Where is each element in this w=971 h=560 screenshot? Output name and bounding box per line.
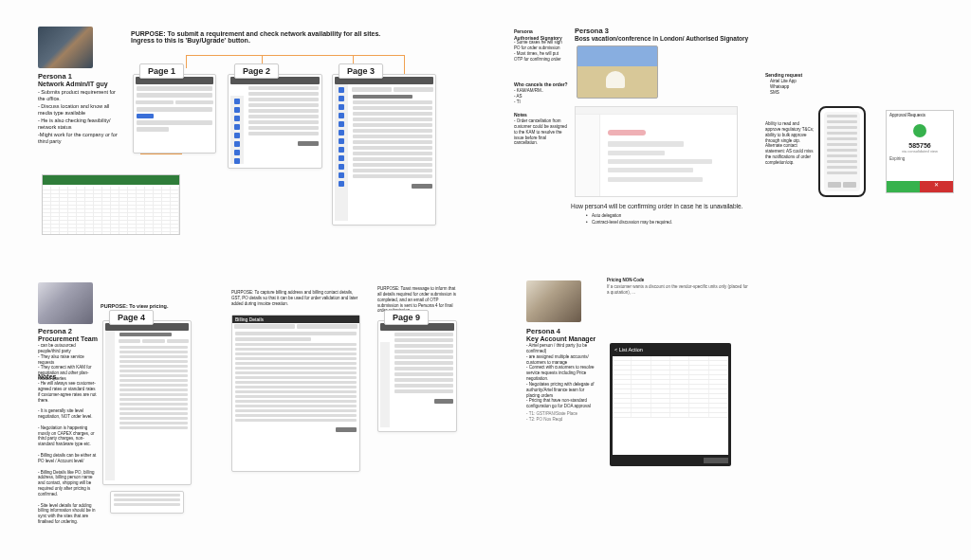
billing-hdr: Billing Details: [232, 316, 359, 323]
persona2-title: Persona 2: [38, 327, 72, 335]
persona2-role: Procurement Team: [38, 335, 98, 342]
confirm-q: How person4 will be confirming order in …: [571, 203, 742, 209]
notes3-b: - Order cancellation from customer could…: [514, 118, 569, 146]
page2-tag: Page 2: [234, 63, 279, 79]
pricing-b: If a customer wants a discount on the ve…: [607, 284, 749, 296]
list-action-mock: < List Action: [610, 343, 731, 466]
confirm-list: Auto delegation Contract-level discussio…: [586, 212, 719, 226]
persona-as-b: - Some cases he will sign PO for order s…: [514, 40, 567, 62]
wireframe-billing: Billing Details: [231, 315, 360, 472]
phone-mock: [818, 106, 866, 197]
wireframe-page2: Page 2: [228, 74, 322, 169]
page3-tag: Page 3: [339, 63, 383, 79]
purpose-billing: PURPOSE: To capture billing address and …: [231, 290, 358, 307]
page1-tag: Page 1: [139, 63, 184, 79]
persona2-photo: [38, 282, 93, 324]
persona3-sub: Boss vacation/conference in London/ Auth…: [575, 35, 748, 42]
ability-text: Ability to read and approve regulatory T…: [765, 121, 815, 166]
notes3-h: Notes: [514, 112, 527, 118]
cancel-h: Who cancels the order?: [514, 81, 568, 88]
pricing-h: Pricing NON-Code: [607, 278, 644, 283]
persona1-body: - Submits product requirement for the of…: [38, 89, 119, 145]
page9-tag: Page 9: [384, 310, 429, 325]
persona3-photo: [577, 45, 658, 99]
wireframe-page4b: [110, 491, 184, 514]
send-h: Sending request: [765, 72, 802, 79]
persona3-title: Persona 3: [575, 27, 609, 35]
persona1-title: Persona 1: [38, 72, 72, 81]
wireframe-page1: Page 1: [133, 74, 216, 154]
page4-tag: Page 4: [109, 310, 154, 325]
persona2-notes-h: Notes: [38, 372, 56, 381]
persona1-photo: [38, 27, 93, 68]
wireframe-page3: Page 3: [332, 74, 436, 226]
spreadsheet-mock: [42, 174, 180, 235]
approval-app-mock: Approval Requests 585756 via consolidate…: [886, 110, 954, 193]
persona4-photo: [526, 280, 581, 322]
persona4-role: Key Account Manager: [526, 335, 595, 342]
send-b: Airtel Lite App Whatsapp SMS: [770, 79, 797, 96]
persona4-body: - Airtel person / third party (to be con…: [526, 343, 598, 409]
persona1-role: Network Admin/IT guy: [38, 81, 108, 87]
wireframe-page4: Page 4: [102, 320, 192, 485]
email-mock: [575, 106, 738, 197]
purpose-1: PURPOSE: To submit a requirement and che…: [131, 30, 380, 44]
wireframe-page9: Page 9: [377, 320, 457, 432]
persona4-title: Persona 4: [526, 327, 560, 335]
cancel-b: - KAM/AM/RM.. - AS - TI: [514, 88, 567, 105]
persona2-notes: - He will always see customer-agreed rat…: [38, 381, 97, 525]
